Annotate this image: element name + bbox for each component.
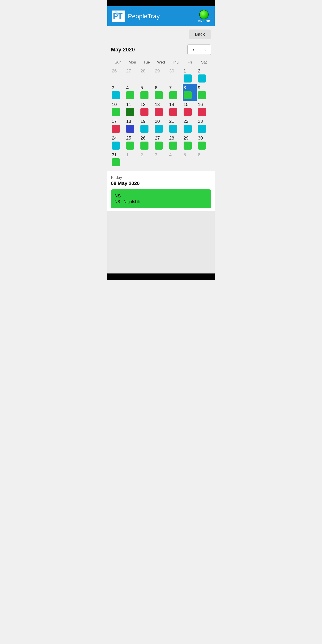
calendar-cell[interactable]: 15	[183, 101, 197, 118]
calendar-cell[interactable]: 14	[168, 101, 182, 118]
calendar-cell[interactable]: 5	[140, 84, 154, 100]
shift-indicator	[126, 91, 134, 99]
shift-indicator	[169, 125, 177, 133]
calendar-cell[interactable]: 17	[111, 118, 125, 134]
day-number: 29	[155, 68, 167, 74]
shift-indicator	[112, 158, 120, 166]
calendar-cell[interactable]: 23	[197, 118, 211, 134]
calendar-cell[interactable]: 28	[140, 67, 154, 84]
shift-indicator	[140, 125, 148, 133]
day-number: 21	[169, 118, 182, 124]
calendar-cell[interactable]: 3	[111, 84, 125, 100]
day-number: 22	[184, 118, 196, 124]
day-number: 6	[155, 85, 167, 90]
day-number: 27	[155, 135, 167, 141]
day-number: 6	[198, 152, 210, 158]
bottom-empty-area	[107, 211, 215, 274]
day-header-mon: Mon	[125, 58, 140, 66]
day-number: 29	[184, 135, 196, 141]
calendar-cell[interactable]: 13	[154, 101, 168, 118]
calendar-cell[interactable]: 7	[168, 84, 182, 100]
day-number: 28	[169, 135, 182, 141]
day-number: 9	[198, 85, 210, 90]
day-number: 11	[126, 102, 138, 107]
svg-marker-4	[116, 13, 118, 16]
calendar-cell[interactable]: 5	[183, 151, 197, 168]
day-number: 18	[126, 118, 138, 124]
calendar-cell[interactable]: 8	[183, 84, 197, 100]
day-number: 4	[169, 152, 182, 158]
shift-indicator	[184, 142, 192, 150]
calendar-cell[interactable]: 19	[140, 118, 154, 134]
calendar-cell[interactable]: 25	[125, 134, 139, 151]
day-number: 13	[155, 102, 167, 107]
shift-indicator	[155, 125, 163, 133]
shift-indicator	[184, 74, 192, 82]
calendar-cell[interactable]: 30	[197, 134, 211, 151]
calendar-cell[interactable]: 6	[197, 151, 211, 168]
calendar-cell[interactable]: 9	[197, 84, 211, 100]
shift-name: NS - Nightshift	[114, 200, 208, 204]
next-month-button[interactable]: ›	[199, 45, 211, 54]
calendar-cell[interactable]: 26	[111, 67, 125, 84]
calendar-cell[interactable]: 12	[140, 101, 154, 118]
calendar-cell[interactable]: 24	[111, 134, 125, 151]
shift-indicator	[198, 142, 206, 150]
calendar-cell[interactable]: 6	[154, 84, 168, 100]
day-number: 30	[169, 68, 182, 74]
calendar-cell[interactable]: 4	[125, 84, 139, 100]
shift-indicator	[126, 142, 134, 150]
bottom-status-bar	[107, 274, 215, 280]
day-header-thu: Thu	[168, 58, 182, 66]
shift-indicator	[184, 125, 192, 133]
shift-indicator	[198, 91, 206, 99]
calendar-cell[interactable]: 1	[183, 67, 197, 84]
day-number: 10	[112, 102, 124, 107]
shift-indicator	[155, 91, 163, 99]
calendar-cell[interactable]: 22	[183, 118, 197, 134]
header-branding: P T PeopleTray	[112, 10, 160, 22]
shift-card[interactable]: NS NS - Nightshift	[111, 190, 211, 208]
day-number: 26	[112, 68, 124, 74]
day-number: 15	[184, 102, 196, 107]
back-button[interactable]: Back	[189, 30, 211, 39]
shift-indicator	[184, 108, 192, 116]
calendar-cell[interactable]: 1	[125, 151, 139, 168]
shift-indicator	[198, 108, 206, 116]
calendar-cell[interactable]: 26	[140, 134, 154, 151]
calendar-cell[interactable]: 10	[111, 101, 125, 118]
day-header-fri: Fri	[182, 58, 197, 66]
calendar-cell[interactable]: 30	[168, 67, 182, 84]
calendar-cell[interactable]: 2	[197, 67, 211, 84]
day-number: 2	[198, 68, 210, 74]
top-status-bar	[107, 0, 215, 6]
calendar-cell[interactable]: 4	[168, 151, 182, 168]
shift-indicator	[155, 108, 163, 116]
calendar-cell[interactable]: 27	[154, 134, 168, 151]
calendar-cell[interactable]: 21	[168, 118, 182, 134]
app-title: PeopleTray	[128, 13, 160, 20]
calendar-cell[interactable]: 31	[111, 151, 125, 168]
day-number: 12	[140, 102, 153, 107]
calendar-cell[interactable]: 20	[154, 118, 168, 134]
month-navigation: ‹ ›	[188, 44, 211, 55]
month-title: May 2020	[111, 46, 135, 53]
calendar-cell[interactable]: 11	[125, 101, 139, 118]
calendar-cell[interactable]: 18	[125, 118, 139, 134]
calendar-cell[interactable]: 29	[154, 67, 168, 84]
calendar-cell[interactable]: 3	[154, 151, 168, 168]
day-number: 24	[112, 135, 124, 141]
calendar-cell[interactable]: 16	[197, 101, 211, 118]
calendar-cell[interactable]: 2	[140, 151, 154, 168]
shift-indicator	[155, 142, 163, 150]
calendar-grid: 2627282930123456789101112131415161718192…	[111, 67, 211, 168]
day-headers-row: Sun Mon Tue Wed Thu Fri Sat	[111, 58, 211, 66]
day-number: 28	[140, 68, 153, 74]
prev-month-button[interactable]: ‹	[188, 45, 199, 54]
shift-indicator	[140, 108, 148, 116]
calendar-cell[interactable]: 28	[168, 134, 182, 151]
calendar-cell[interactable]: 29	[183, 134, 197, 151]
day-number: 7	[169, 85, 182, 90]
calendar-cell[interactable]: 27	[125, 67, 139, 84]
app-logo: P T	[112, 10, 125, 22]
